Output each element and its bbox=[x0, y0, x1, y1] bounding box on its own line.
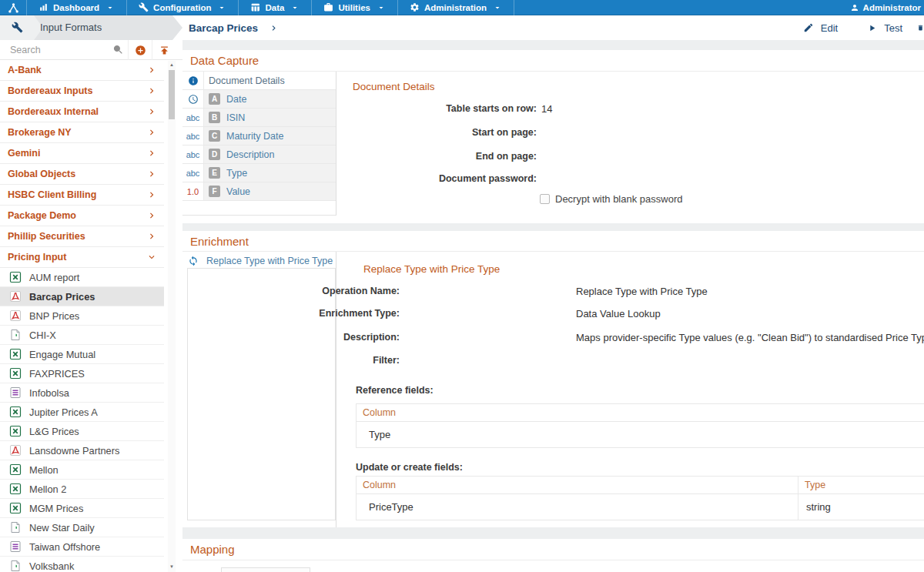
chevron-right-icon bbox=[146, 210, 157, 221]
chevron-right-icon bbox=[146, 85, 157, 96]
sidebar-group-bordereaux-inputs[interactable]: Bordereaux Inputs bbox=[0, 81, 164, 102]
caret-down-icon bbox=[105, 3, 115, 12]
nav-item-label: Configuration bbox=[153, 3, 211, 12]
nav-configuration[interactable]: Configuration bbox=[127, 0, 239, 15]
mapping-section: Mapping bbox=[182, 539, 924, 572]
scroll-up-arrow[interactable]: ▲ bbox=[168, 61, 176, 69]
capture-field-label: Description bbox=[226, 149, 275, 160]
chevron-right-icon bbox=[146, 127, 157, 138]
delete-icon[interactable] bbox=[917, 22, 924, 34]
text-type-icon: abc bbox=[186, 150, 200, 159]
sidebar-item-l-g-prices[interactable]: L&G Prices bbox=[0, 422, 164, 441]
sidebar-group-global-objects[interactable]: Global Objects bbox=[0, 164, 164, 185]
excel-file-icon bbox=[9, 271, 22, 283]
capture-field-label: Document Details bbox=[209, 75, 285, 86]
sidebar-item-label: Engage Mutual bbox=[29, 349, 95, 360]
nav-item-label: Administration bbox=[424, 3, 487, 12]
person-icon bbox=[850, 3, 859, 12]
sidebar-group-brokerage-ny[interactable]: Brokerage NY bbox=[0, 122, 164, 143]
nav-utilities[interactable]: Utilities bbox=[312, 0, 398, 15]
top-nav: Dashboard Configuration Data Utilities A… bbox=[0, 0, 924, 15]
pdf-file-icon bbox=[9, 309, 22, 322]
scroll-down-arrow[interactable]: ▼ bbox=[168, 563, 176, 570]
enrichment-operation-tab[interactable]: Replace Type with Price Type bbox=[182, 252, 336, 269]
breadcrumb-root-label: Input Formats bbox=[40, 15, 102, 40]
sidebar-group-gemini[interactable]: Gemini bbox=[0, 143, 164, 164]
capture-field-description[interactable]: abc DDescription bbox=[182, 146, 336, 164]
add-format-button[interactable] bbox=[128, 40, 152, 60]
sidebar-item-chi-x[interactable]: CHI-X bbox=[0, 326, 164, 345]
sidebar-item-volksbank[interactable]: Volksbank bbox=[0, 557, 164, 572]
capture-detail-pane: Document Details Table starts on row: 14… bbox=[350, 72, 924, 223]
field-label: Enrichment Type: bbox=[182, 308, 400, 319]
capture-detail-title: Document Details bbox=[353, 81, 435, 92]
edit-button[interactable]: Edit bbox=[788, 15, 852, 40]
briefcase-icon bbox=[323, 2, 333, 12]
sidebar-group-phillip-securities[interactable]: Phillip Securities bbox=[0, 226, 164, 247]
sidebar-group-a-bank[interactable]: A-Bank bbox=[0, 60, 164, 81]
sidebar-item-label: Infobolsa bbox=[29, 387, 69, 399]
sidebar-group-label: HSBC Client Billing bbox=[8, 189, 96, 200]
column-badge: F bbox=[209, 186, 220, 197]
table-cell: string bbox=[798, 494, 924, 520]
capture-field-date[interactable]: ADate bbox=[182, 90, 336, 109]
sidebar-group-label: Phillip Securities bbox=[8, 231, 85, 242]
capture-field-label: Maturity Date bbox=[226, 131, 283, 142]
breadcrumb-current[interactable]: Barcap Prices bbox=[189, 15, 279, 40]
nav-data[interactable]: Data bbox=[239, 0, 312, 15]
caret-down-icon bbox=[377, 3, 386, 12]
search-input[interactable] bbox=[0, 40, 108, 59]
capture-field-document-details[interactable]: Document Details bbox=[182, 72, 336, 90]
generic-file-icon bbox=[9, 329, 22, 341]
sidebar-item-jupiter-prices-a[interactable]: Jupiter Prices A bbox=[0, 403, 164, 422]
capture-field-isin[interactable]: abc BISIN bbox=[182, 109, 336, 127]
pencil-icon bbox=[803, 22, 814, 33]
decrypt-checkbox[interactable]: Decrypt with blank password bbox=[540, 193, 682, 205]
nav-dashboard[interactable]: Dashboard bbox=[27, 0, 127, 15]
sidebar-item-label: Mellon bbox=[29, 464, 59, 476]
chevron-right-icon bbox=[146, 231, 157, 242]
table-row[interactable]: Type bbox=[357, 422, 924, 447]
sidebar-item-new-star-daily[interactable]: New Star Daily bbox=[0, 518, 164, 537]
clock-icon bbox=[188, 94, 199, 105]
sidebar-item-mellon[interactable]: Mellon bbox=[0, 460, 164, 480]
test-button[interactable]: Test bbox=[852, 15, 917, 40]
sidebar-item-taiwan-offshore[interactable]: Taiwan Offshore bbox=[0, 537, 164, 557]
user-menu[interactable]: Administrator bbox=[850, 0, 922, 15]
sidebar-group-bordereaux-internal[interactable]: Bordereaux Internal bbox=[0, 102, 164, 122]
checkbox-box[interactable] bbox=[540, 194, 550, 204]
upload-format-button[interactable] bbox=[152, 40, 176, 60]
sidebar-item-mellon-2[interactable]: Mellon 2 bbox=[0, 480, 164, 499]
chevron-right-icon bbox=[146, 106, 157, 117]
field-value: Maps provider-specific Type values (e.g.… bbox=[576, 332, 924, 343]
sidebar-scrollbar[interactable]: ▲ ▼ bbox=[168, 61, 176, 572]
capture-field-type[interactable]: abc EType bbox=[182, 164, 336, 182]
nav-administration[interactable]: Administration bbox=[398, 0, 514, 15]
sidebar-item-infobolsa[interactable]: Infobolsa bbox=[0, 383, 164, 403]
edit-button-label: Edit bbox=[821, 22, 838, 34]
capture-field-value[interactable]: 1.0 FValue bbox=[182, 182, 336, 201]
sidebar-group-pricing-input[interactable]: Pricing Input bbox=[0, 247, 164, 268]
app-logo-icon[interactable] bbox=[0, 0, 26, 15]
sidebar-group-package-demo[interactable]: Package Demo bbox=[0, 206, 164, 226]
enrichment-title: Enrichment bbox=[182, 231, 924, 252]
table-row[interactable]: PriceTypestring bbox=[357, 494, 924, 520]
sidebar-search-row bbox=[0, 40, 182, 60]
field-label: Operation Name: bbox=[182, 286, 400, 296]
sidebar-item-label: BNP Prices bbox=[29, 310, 79, 322]
sidebar-item-barcap-prices[interactable]: Barcap Prices bbox=[0, 287, 164, 306]
pdf-file-icon bbox=[9, 290, 22, 303]
sidebar-item-label: Jupiter Prices A bbox=[29, 406, 98, 418]
sidebar-item-bnp-prices[interactable]: BNP Prices bbox=[0, 306, 164, 326]
sidebar-item-aum-report[interactable]: AUM report bbox=[0, 268, 164, 287]
table-icon bbox=[250, 2, 260, 12]
sidebar-group-hsbc-client-billing[interactable]: HSBC Client Billing bbox=[0, 185, 164, 206]
sidebar-item-lansdowne-partners[interactable]: Lansdowne Partners bbox=[0, 441, 164, 460]
sidebar-item-engage-mutual[interactable]: Engage Mutual bbox=[0, 345, 164, 364]
sidebar-item-mgm-prices[interactable]: MGM Prices bbox=[0, 499, 164, 518]
scrollbar-thumb[interactable] bbox=[169, 70, 175, 119]
update-fields-label: Update or create fields: bbox=[356, 462, 463, 473]
sidebar-item-faxprices[interactable]: FAXPRICES bbox=[0, 364, 164, 383]
field-row-filter: Filter: bbox=[182, 355, 924, 367]
capture-field-maturity-date[interactable]: abc CMaturity Date bbox=[182, 127, 336, 146]
